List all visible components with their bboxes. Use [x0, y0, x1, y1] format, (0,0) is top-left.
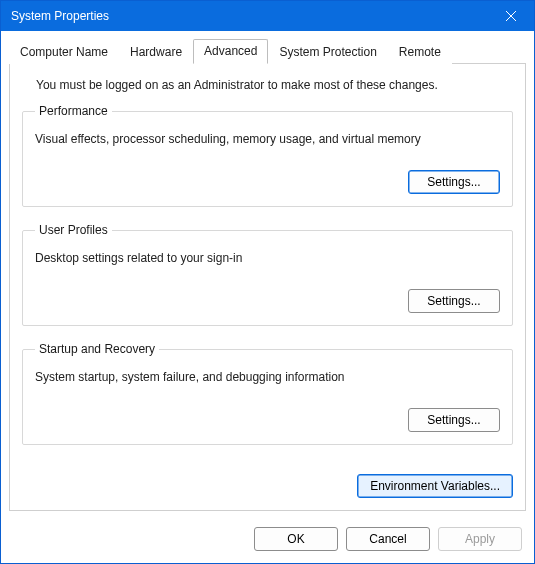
startup-recovery-settings-button[interactable]: Settings...: [408, 408, 500, 432]
startup-recovery-desc: System startup, system failure, and debu…: [35, 370, 500, 384]
close-button[interactable]: [488, 1, 534, 31]
ok-button[interactable]: OK: [254, 527, 338, 551]
tab-advanced[interactable]: Advanced: [193, 39, 268, 64]
tab-strip: Computer Name Hardware Advanced System P…: [1, 31, 534, 63]
environment-variables-button[interactable]: Environment Variables...: [357, 474, 513, 498]
cancel-button[interactable]: Cancel: [346, 527, 430, 551]
apply-button[interactable]: Apply: [438, 527, 522, 551]
user-profiles-settings-button[interactable]: Settings...: [408, 289, 500, 313]
close-icon: [506, 11, 516, 21]
performance-group: Performance Visual effects, processor sc…: [22, 104, 513, 207]
tab-hardware[interactable]: Hardware: [119, 40, 193, 64]
system-properties-window: System Properties Computer Name Hardware…: [0, 0, 535, 564]
window-title: System Properties: [11, 9, 109, 23]
admin-note: You must be logged on as an Administrato…: [36, 78, 509, 92]
startup-recovery-legend: Startup and Recovery: [35, 342, 159, 356]
startup-recovery-group: Startup and Recovery System startup, sys…: [22, 342, 513, 445]
performance-desc: Visual effects, processor scheduling, me…: [35, 132, 500, 146]
performance-legend: Performance: [35, 104, 112, 118]
tab-system-protection[interactable]: System Protection: [268, 40, 387, 64]
user-profiles-legend: User Profiles: [35, 223, 112, 237]
performance-settings-button[interactable]: Settings...: [408, 170, 500, 194]
titlebar: System Properties: [1, 1, 534, 31]
advanced-tab-panel: You must be logged on as an Administrato…: [9, 63, 526, 511]
tab-remote[interactable]: Remote: [388, 40, 452, 64]
user-profiles-group: User Profiles Desktop settings related t…: [22, 223, 513, 326]
tab-computer-name[interactable]: Computer Name: [9, 40, 119, 64]
user-profiles-desc: Desktop settings related to your sign-in: [35, 251, 500, 265]
dialog-button-row: OK Cancel Apply: [1, 519, 534, 563]
